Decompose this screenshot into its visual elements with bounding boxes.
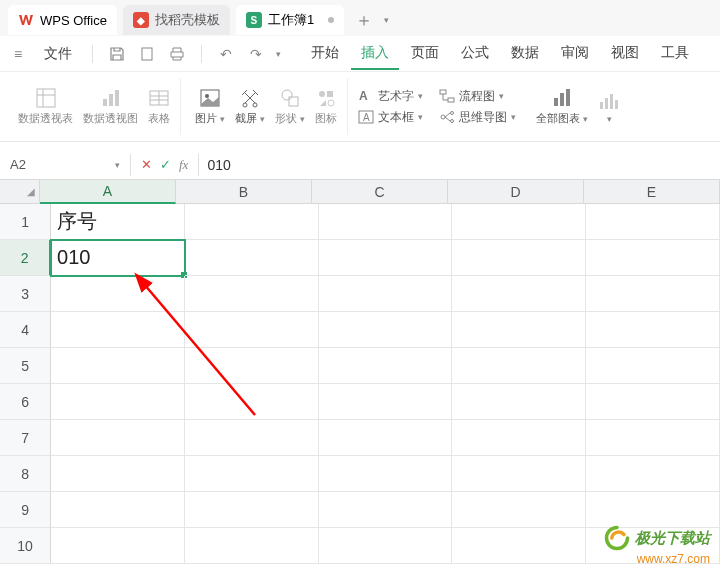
cell-E4[interactable]	[586, 312, 720, 348]
row-header[interactable]: 10	[0, 528, 51, 564]
cell-C9[interactable]	[319, 492, 453, 528]
row-header[interactable]: 4	[0, 312, 51, 348]
cell-C1[interactable]	[319, 204, 453, 240]
cell-D8[interactable]	[452, 456, 586, 492]
row-header[interactable]: 8	[0, 456, 51, 492]
cell-E8[interactable]	[586, 456, 720, 492]
cell-B8[interactable]	[185, 456, 319, 492]
column-header[interactable]: C	[312, 180, 448, 204]
new-icon[interactable]	[137, 44, 157, 64]
menu-tab-6[interactable]: 视图	[601, 38, 649, 70]
redo-icon[interactable]: ↷	[246, 44, 266, 64]
cell-A4[interactable]	[51, 312, 185, 348]
row-header[interactable]: 5	[0, 348, 51, 384]
cell-E3[interactable]	[586, 276, 720, 312]
cell-D9[interactable]	[452, 492, 586, 528]
name-box[interactable]: A2 ▾	[0, 157, 130, 172]
cell-D1[interactable]	[452, 204, 586, 240]
row-header[interactable]: 1	[0, 204, 51, 240]
cell-C4[interactable]	[319, 312, 453, 348]
menu-tab-0[interactable]: 开始	[301, 38, 349, 70]
save-icon[interactable]	[107, 44, 127, 64]
cell-C3[interactable]	[319, 276, 453, 312]
column-header[interactable]: A	[40, 180, 176, 204]
cell-A3[interactable]	[51, 276, 185, 312]
picture-button[interactable]: 图片 ▾	[195, 87, 225, 126]
table-button[interactable]: 表格	[148, 87, 170, 126]
icons-button[interactable]: 图标	[315, 87, 337, 126]
cell-B4[interactable]	[185, 312, 319, 348]
cell-B1[interactable]	[185, 204, 319, 240]
cell-D3[interactable]	[452, 276, 586, 312]
tab-wps-home[interactable]: WPS Office	[8, 5, 117, 35]
menu-tab-7[interactable]: 工具	[651, 38, 699, 70]
row-header[interactable]: 9	[0, 492, 51, 528]
cell-D6[interactable]	[452, 384, 586, 420]
pivot-table-button[interactable]: 数据透视表	[18, 87, 73, 126]
row-header[interactable]: 7	[0, 420, 51, 456]
flowchart-button[interactable]: 流程图 ▾	[439, 88, 516, 105]
cell-A8[interactable]	[51, 456, 185, 492]
cell-A2[interactable]: 010	[51, 240, 185, 276]
shapes-button[interactable]: 形状 ▾	[275, 87, 305, 126]
cell-B5[interactable]	[185, 348, 319, 384]
menu-tab-1[interactable]: 插入	[351, 38, 399, 70]
cell-E7[interactable]	[586, 420, 720, 456]
cell-B3[interactable]	[185, 276, 319, 312]
row-header[interactable]: 6	[0, 384, 51, 420]
cell-A5[interactable]	[51, 348, 185, 384]
undo-history-dropdown[interactable]: ▾	[276, 49, 281, 59]
pivot-chart-button[interactable]: 数据透视图	[83, 87, 138, 126]
cell-C5[interactable]	[319, 348, 453, 384]
cell-D10[interactable]	[452, 528, 586, 564]
new-tab-button[interactable]: ＋	[350, 8, 378, 32]
fx-icon[interactable]: fx	[179, 157, 188, 173]
select-all-corner[interactable]: ◢	[0, 180, 40, 204]
row-header[interactable]: 3	[0, 276, 51, 312]
cell-B9[interactable]	[185, 492, 319, 528]
cell-E5[interactable]	[586, 348, 720, 384]
column-header[interactable]: B	[176, 180, 312, 204]
cell-B10[interactable]	[185, 528, 319, 564]
tab-template[interactable]: ◆ 找稻壳模板	[123, 5, 230, 35]
cell-D5[interactable]	[452, 348, 586, 384]
tab-list-dropdown[interactable]: ▾	[384, 15, 389, 25]
column-header[interactable]: D	[448, 180, 584, 204]
cell-A10[interactable]	[51, 528, 185, 564]
column-header[interactable]: E	[584, 180, 720, 204]
confirm-edit-icon[interactable]: ✓	[160, 157, 171, 172]
undo-icon[interactable]: ↶	[216, 44, 236, 64]
wordart-button[interactable]: A 艺术字 ▾	[358, 88, 423, 105]
more-charts-button[interactable]: ▾	[598, 87, 620, 126]
cell-B2[interactable]	[185, 240, 319, 276]
cell-C6[interactable]	[319, 384, 453, 420]
cancel-edit-icon[interactable]: ✕	[141, 157, 152, 172]
screenshot-button[interactable]: 截屏 ▾	[235, 87, 265, 126]
cell-B7[interactable]	[185, 420, 319, 456]
cell-C2[interactable]	[319, 240, 453, 276]
cell-E1[interactable]	[586, 204, 720, 240]
hamburger-icon[interactable]: ≡	[8, 44, 28, 64]
menu-tab-5[interactable]: 审阅	[551, 38, 599, 70]
cell-D7[interactable]	[452, 420, 586, 456]
cell-D2[interactable]	[452, 240, 586, 276]
all-charts-button[interactable]: 全部图表 ▾	[536, 87, 588, 126]
cell-E9[interactable]	[586, 492, 720, 528]
cell-C8[interactable]	[319, 456, 453, 492]
row-header[interactable]: 2	[0, 240, 51, 276]
print-icon[interactable]	[167, 44, 187, 64]
cell-A1[interactable]: 序号	[51, 204, 185, 240]
mindmap-button[interactable]: 思维导图 ▾	[439, 109, 516, 126]
cell-C7[interactable]	[319, 420, 453, 456]
file-menu[interactable]: 文件	[38, 43, 78, 65]
menu-tab-2[interactable]: 页面	[401, 38, 449, 70]
cell-A6[interactable]	[51, 384, 185, 420]
cell-E6[interactable]	[586, 384, 720, 420]
cell-C10[interactable]	[319, 528, 453, 564]
cell-A9[interactable]	[51, 492, 185, 528]
formula-input[interactable]: 010	[199, 157, 238, 173]
textbox-button[interactable]: A 文本框 ▾	[358, 109, 423, 126]
tab-workbook1[interactable]: S 工作簿1	[236, 5, 344, 35]
menu-tab-3[interactable]: 公式	[451, 38, 499, 70]
cell-E2[interactable]	[586, 240, 720, 276]
